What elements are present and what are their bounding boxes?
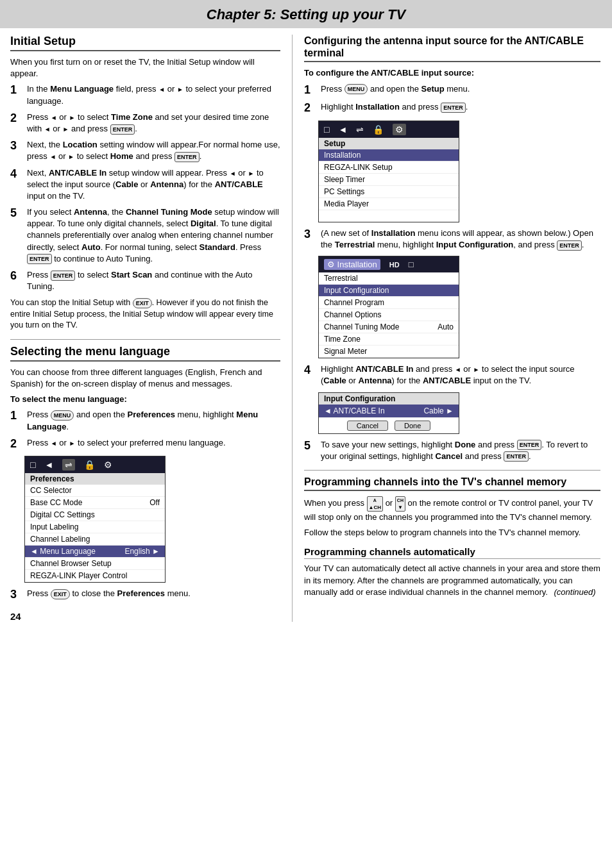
left-arrow <box>158 84 165 94</box>
step-num: 1 <box>10 83 24 97</box>
step-num: 3 <box>10 588 24 602</box>
install-menu-terrestrial: Terrestrial <box>319 272 459 285</box>
step-num: 5 <box>10 206 24 221</box>
step-6: 6 Press ENTER to select Start Scan and c… <box>10 269 280 292</box>
step-num: 1 <box>304 83 318 97</box>
section-divider <box>10 339 280 340</box>
icon-sound: ◄ <box>44 460 53 470</box>
ch-up-btn: A▲CH <box>367 496 383 512</box>
input-config-buttons: Cancel Done <box>319 418 459 433</box>
left-arrow <box>44 124 51 133</box>
ant-cable-row: ◄ ANT/CABLE InCable ► <box>319 405 459 418</box>
menu-item-regza-link: REGZA-LINK Player Control <box>25 570 165 582</box>
install-menu-input-config: Input Configuration <box>319 285 459 297</box>
menu-item-input-labeling: Input Labeling <box>25 521 165 533</box>
install-menu-mockup: ⚙ Installation HD □ Terrestrial Input Co… <box>318 256 459 358</box>
enter-btn: ENTER <box>441 103 466 113</box>
right-arrow <box>68 151 74 161</box>
preferences-menu-mockup: □ ◄ ⇌ 🔒 ⚙ Preferences CC Selector Base C… <box>24 456 166 583</box>
step-num: 2 <box>304 101 318 115</box>
menu-title: Preferences <box>25 473 165 485</box>
step-3: 3 Next, the Location setting window will… <box>10 139 280 162</box>
initial-setup-steps: 1 In the Menu Language field, press or t… <box>10 83 280 292</box>
step-num: 1 <box>10 409 24 423</box>
setup-icons-bar: □ ◄ ⇌ 🔒 ⚙ <box>319 121 459 138</box>
left-arrow <box>455 364 461 374</box>
icon-hd: HD <box>389 261 400 269</box>
step-content: Highlight ANT/CABLE In and press or to s… <box>321 363 600 387</box>
menu-spacer <box>319 210 459 222</box>
initial-setup-note: You can stop the Initial Setup with EXIT… <box>10 297 280 331</box>
programming-channels-section: Programming channels into the TV's chann… <box>304 476 600 598</box>
cancel-btn[interactable]: Cancel <box>347 421 388 431</box>
setup-menu-mockup: □ ◄ ⇌ 🔒 ⚙ Setup Installation REGZA-LINK … <box>318 121 459 222</box>
ant-steps: 1 Press MENU and open the Setup menu. 2 … <box>304 83 600 115</box>
menu-item-media-player: Media Player <box>319 198 459 210</box>
ant-cable-title: Configuring the antenna input source for… <box>304 35 600 62</box>
left-arrow <box>51 112 57 122</box>
initial-setup-title: Initial Setup <box>10 35 280 51</box>
right-column: Configuring the antenna input source for… <box>293 35 600 622</box>
ant-step5-list: 5 To save your new settings, highlight D… <box>304 439 600 462</box>
step-content: Press EXIT to close the Preferences menu… <box>27 588 280 599</box>
enter-btn: ENTER <box>517 440 542 450</box>
step-num: 2 <box>10 112 24 126</box>
exit-btn: EXIT <box>133 298 152 308</box>
ant-step-1: 1 Press MENU and open the Setup menu. <box>304 83 600 97</box>
menu-icons-bar: □ ◄ ⇌ 🔒 ⚙ <box>25 456 165 473</box>
page-header: Chapter 5: Setting up your TV <box>0 0 612 28</box>
menu-language-title: Selecting the menu language <box>10 345 280 362</box>
ant-step3-list: 3 (A new set of Installation menu icons … <box>304 228 600 251</box>
ant-step-3: 3 (A new set of Installation menu icons … <box>304 228 600 251</box>
programming-channels-title: Programming channels into the TV's chann… <box>304 476 600 491</box>
menu-btn: MENU <box>51 410 74 421</box>
enter-btn: ENTER <box>110 124 135 135</box>
menu-item-sleep-timer: Sleep Timer <box>319 174 459 186</box>
setup-menu-title: Setup <box>319 138 459 149</box>
page-title: Chapter 5: Setting up your TV <box>0 6 612 23</box>
step-num: 3 <box>304 228 318 242</box>
step-content: Next, the Location setting window will a… <box>27 139 280 162</box>
right-arrow <box>62 124 69 133</box>
icon-picture: □ <box>30 460 35 470</box>
menu-btn: MENU <box>344 84 368 94</box>
menu-item-base-cc: Base CC ModeOff <box>25 497 165 509</box>
step-num: 4 <box>10 167 24 181</box>
step-content: Press ENTER to select Start Scan and con… <box>27 269 280 292</box>
right-arrow <box>69 112 76 122</box>
icon-lock: 🔒 <box>373 124 384 135</box>
menu-language-intro: You can choose from three different lang… <box>10 367 280 390</box>
right-arrow <box>69 438 76 447</box>
step-num: 5 <box>304 439 318 453</box>
ant-step-4: 4 Highlight ANT/CABLE In and press or to… <box>304 363 600 387</box>
step-content: Press or to select Time Zone and set you… <box>27 112 280 135</box>
step-content: Press MENU and open the Preferences menu… <box>27 409 280 432</box>
programming-intro2: Follow the steps below to program channe… <box>304 527 600 538</box>
page-number: 24 <box>10 611 21 622</box>
menu-item-channel-labeling: Channel Labeling <box>25 533 165 546</box>
icon-setup: ⚙ <box>393 124 406 135</box>
input-config-mockup: Input Configuration ◄ ANT/CABLE InCable … <box>318 392 459 434</box>
ant-cable-section: Configuring the antenna input source for… <box>304 35 600 462</box>
step-content: To save your new settings, highlight Don… <box>321 439 600 462</box>
icon-preferences: ⇌ <box>62 459 75 471</box>
continued-text: (continued) <box>554 587 596 597</box>
step-content: Next, ANT/CABLE In setup window will app… <box>27 167 280 203</box>
ant-step-2: 2 Highlight Installation and press ENTER… <box>304 101 600 115</box>
icon-sound: ◄ <box>338 124 347 135</box>
auto-programming-title: Programming channels automatically <box>304 546 600 559</box>
ml-step3-list: 3 Press EXIT to close the Preferences me… <box>10 588 280 602</box>
done-btn[interactable]: Done <box>395 421 430 431</box>
ml-step-1: 1 Press MENU and open the Preferences me… <box>10 409 280 432</box>
step-5: 5 If you select Antenna, the Channel Tun… <box>10 206 280 265</box>
step-num: 3 <box>10 139 24 153</box>
install-menu-channel-options: Channel Options <box>319 309 459 321</box>
menu-item-channel-browser: Channel Browser Setup <box>25 558 165 570</box>
exit-btn: EXIT <box>51 589 70 599</box>
enter-btn: ENTER <box>557 240 582 251</box>
menu-language-subtitle: To select the menu language: <box>10 394 127 404</box>
icon-blank: □ <box>409 260 414 269</box>
menu-language-section: Selecting the menu language You can choo… <box>10 345 280 602</box>
icon-setup: ⚙ <box>104 460 112 470</box>
step-num: 4 <box>304 363 318 378</box>
